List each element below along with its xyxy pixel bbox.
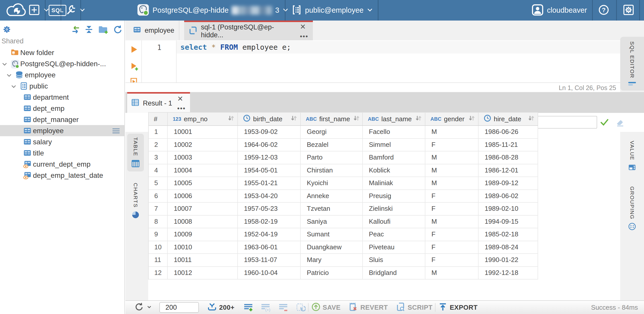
table-row[interactable]: 8100081958-02-19SaniyaKalloufiM1994-09-1… bbox=[149, 216, 538, 229]
tab-result-1[interactable]: Result - 1 ✕ ••• bbox=[127, 92, 190, 113]
data-cell[interactable]: Sumant bbox=[301, 228, 363, 241]
tab-employee[interactable]: employee bbox=[128, 21, 179, 40]
data-cell[interactable]: 1954-05-01 bbox=[238, 164, 301, 177]
table-row[interactable]: 10100101963-06-01DuangkaewPiveteauF1989-… bbox=[149, 241, 538, 254]
save-button[interactable]: SAVE bbox=[311, 302, 341, 313]
tab-sql-1[interactable]: sql-1 (PostgreSQL@ep-hidde... ✕ ••• bbox=[184, 21, 313, 40]
tools-menu-button[interactable] bbox=[64, 0, 86, 21]
data-cell[interactable]: 1992-12-18 bbox=[479, 267, 538, 279]
data-cell[interactable]: Patricio bbox=[301, 267, 363, 279]
data-cell[interactable]: Mary bbox=[301, 254, 363, 266]
tree-item-dept-manager[interactable]: dept_manager bbox=[0, 114, 125, 125]
data-cell[interactable]: Parto bbox=[301, 151, 363, 164]
result-grid[interactable]: #123emp_nobirth_dateABCfirst_nameABClast… bbox=[148, 112, 538, 280]
settings-button[interactable] bbox=[623, 0, 634, 21]
data-cell[interactable]: 10004 bbox=[168, 164, 238, 177]
data-cell[interactable]: Piveteau bbox=[363, 241, 425, 254]
column-header-birth_date[interactable]: birth_date bbox=[238, 113, 301, 125]
sort-icon[interactable] bbox=[227, 114, 235, 124]
table-row[interactable]: 9100091952-04-19SumantPeacF1985-02-18 bbox=[149, 228, 538, 241]
column-header-gender[interactable]: ABCgender bbox=[425, 113, 479, 125]
data-cell[interactable]: Bezalel bbox=[301, 139, 363, 151]
data-cell[interactable]: 1958-02-19 bbox=[238, 216, 301, 228]
data-cell[interactable]: Chirstian bbox=[301, 164, 363, 177]
data-cell[interactable]: 1985-02-18 bbox=[479, 228, 538, 241]
data-cell[interactable]: F bbox=[425, 241, 479, 254]
data-cell[interactable]: Kyoichi bbox=[301, 177, 363, 189]
data-cell[interactable]: 10012 bbox=[168, 267, 238, 279]
apply-filter-icon[interactable] bbox=[600, 118, 609, 128]
data-cell[interactable]: Anneke bbox=[301, 190, 363, 202]
data-cell[interactable]: 10011 bbox=[168, 254, 238, 266]
vtab-value[interactable]: VALUE bbox=[620, 141, 644, 172]
data-cell[interactable]: 1959-12-03 bbox=[238, 151, 301, 164]
tree-item-public[interactable]: public bbox=[0, 80, 125, 92]
sort-icon[interactable] bbox=[290, 114, 298, 124]
data-cell[interactable]: Simmel bbox=[363, 139, 425, 151]
data-cell[interactable]: 1960-10-04 bbox=[238, 267, 301, 279]
data-cell[interactable]: Preusig bbox=[363, 190, 425, 202]
clear-filter-icon[interactable] bbox=[615, 118, 624, 128]
sort-icon[interactable] bbox=[353, 114, 360, 124]
table-row[interactable]: 2100021964-06-02BezalelSimmelF1985-11-21 bbox=[149, 139, 538, 152]
tree-item-dept-emp[interactable]: dept_emp bbox=[0, 103, 125, 114]
data-cell[interactable]: 10005 bbox=[168, 177, 238, 189]
collapse-all-icon[interactable] bbox=[84, 25, 94, 35]
data-cell[interactable]: 1964-06-02 bbox=[238, 139, 301, 151]
data-cell[interactable]: 1953-09-02 bbox=[238, 126, 301, 138]
data-cell[interactable]: 1963-06-01 bbox=[238, 241, 301, 254]
data-cell[interactable]: Zielinski bbox=[363, 203, 425, 215]
fetch-size-input[interactable] bbox=[159, 302, 199, 313]
table-row[interactable]: 1100011953-09-02GeorgiFacelloM1986-06-26 bbox=[149, 126, 538, 139]
revert-button[interactable]: REVERT bbox=[348, 302, 388, 313]
item-menu-icon[interactable] bbox=[112, 128, 120, 136]
cloudbeaver-logo[interactable] bbox=[5, 0, 27, 21]
data-cell[interactable]: 1990-01-22 bbox=[479, 254, 538, 266]
close-icon[interactable]: ✕ bbox=[177, 96, 183, 102]
table-row[interactable]: 11100111953-11-07MarySluisF1990-01-22 bbox=[149, 254, 538, 267]
data-cell[interactable]: 1953-04-20 bbox=[238, 190, 301, 202]
table-row[interactable]: 12100121960-10-04PatricioBridglandM1992-… bbox=[149, 267, 538, 280]
data-cell[interactable]: 1989-08-24 bbox=[479, 241, 538, 254]
data-cell[interactable]: Georgi bbox=[301, 126, 363, 138]
tree-item-salary[interactable]: salary bbox=[0, 136, 125, 147]
tree-item-dept-emp-latest-date[interactable]: dept_emp_latest_date bbox=[0, 170, 125, 181]
data-cell[interactable]: M bbox=[425, 267, 479, 279]
data-cell[interactable]: 1957-05-23 bbox=[238, 203, 301, 215]
data-cell[interactable]: M bbox=[425, 164, 479, 177]
data-cell[interactable]: Duangkaew bbox=[301, 241, 363, 254]
schema-selector[interactable]: public@employee bbox=[291, 0, 373, 21]
connection-selector[interactable]: PostgreSQL@ep-hidde 3 bbox=[137, 0, 289, 21]
fetch-next-page-button[interactable]: 200+ bbox=[207, 302, 235, 313]
data-cell[interactable]: Kalloufi bbox=[363, 216, 425, 228]
user-menu[interactable]: cloudbeaver bbox=[531, 0, 587, 21]
data-cell[interactable]: M bbox=[425, 216, 479, 228]
table-row[interactable]: 7100071957-05-23TzvetanZielinskiF1989-02… bbox=[149, 203, 538, 216]
tree-item-current-dept-emp[interactable]: current_dept_emp bbox=[0, 159, 125, 170]
data-cell[interactable]: F bbox=[425, 228, 479, 241]
data-cell[interactable]: Saniya bbox=[301, 216, 363, 228]
data-cell[interactable]: 1952-04-19 bbox=[238, 228, 301, 241]
tree-item-employee[interactable]: employee bbox=[0, 125, 125, 136]
data-cell[interactable]: 1986-06-26 bbox=[479, 126, 538, 138]
execute-new-tab-button[interactable] bbox=[129, 62, 139, 72]
add-folder-icon[interactable] bbox=[98, 25, 109, 36]
data-cell[interactable]: 1953-11-07 bbox=[238, 254, 301, 266]
chevron-down-icon[interactable] bbox=[11, 83, 17, 91]
data-cell[interactable]: Tzvetan bbox=[301, 203, 363, 215]
chevron-down-icon[interactable] bbox=[2, 61, 8, 69]
sort-icon[interactable] bbox=[415, 114, 422, 124]
data-cell[interactable]: 10003 bbox=[168, 151, 238, 164]
column-header-emp_no[interactable]: 123emp_no bbox=[168, 113, 238, 125]
refresh-results-button[interactable] bbox=[134, 302, 152, 313]
vtab-table[interactable]: TABLE bbox=[127, 134, 144, 171]
data-cell[interactable]: Maliniak bbox=[363, 177, 425, 189]
execute-query-button[interactable] bbox=[129, 45, 139, 55]
refresh-tree-icon[interactable] bbox=[113, 25, 123, 36]
tree-item-employee[interactable]: employee bbox=[0, 69, 125, 80]
help-button[interactable]: ? bbox=[598, 0, 610, 21]
data-cell[interactable]: 10007 bbox=[168, 203, 238, 215]
data-cell[interactable]: M bbox=[425, 177, 479, 189]
data-cell[interactable]: 1989-02-10 bbox=[479, 203, 538, 215]
delete-row-button[interactable] bbox=[278, 303, 288, 312]
